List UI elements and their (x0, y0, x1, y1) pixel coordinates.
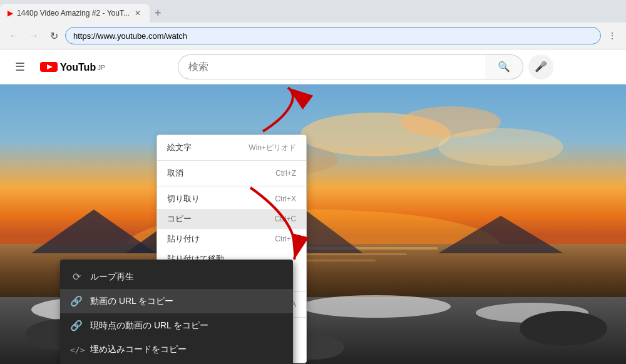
ctx-separator-1 (157, 160, 306, 161)
svg-point-23 (520, 311, 607, 346)
ctx-separator-2 (157, 186, 306, 186)
link-icon-2: 🔗 (70, 320, 83, 331)
ctx-copy[interactable]: コピー Ctrl+C (157, 209, 306, 229)
video-area: 絵文字 Win+ピリオド 取消 Ctrl+Z 切り取り Ctrl+X コピー C… (0, 84, 626, 364)
yt-ctx-copy-url[interactable]: 🔗 動画の URL をコピー (60, 289, 293, 313)
active-tab[interactable]: ▶ 1440p Video Amazing #2 - YouT... ✕ (0, 4, 150, 23)
menu-icon[interactable]: ☰ (10, 55, 30, 79)
tab-favicon: ▶ (8, 9, 13, 18)
youtube-context-menu: ⟳ ループ再生 🔗 動画の URL をコピー 🔗 現時点の動画の URL をコピ… (60, 260, 293, 364)
ctx-paste[interactable]: 貼り付け Ctrl+V (157, 229, 306, 249)
address-bar-row: ← → ↻ ⋮ (0, 23, 626, 49)
browser-chrome: ▶ 1440p Video Amazing #2 - YouT... ✕ + ←… (0, 0, 626, 49)
svg-point-16 (300, 295, 451, 318)
tab-title: 1440p Video Amazing #2 - YouT... (17, 9, 130, 18)
yt-ctx-copy-timestamp-url[interactable]: 🔗 現時点の動画の URL をコピー (60, 313, 293, 338)
loop-icon: ⟳ (70, 271, 83, 283)
jp-badge: JP (98, 64, 105, 71)
svg-point-6 (438, 128, 563, 166)
tab-bar: ▶ 1440p Video Amazing #2 - YouT... ✕ + (0, 0, 626, 23)
ctx-emoji[interactable]: 絵文字 Win+ピリオド (157, 138, 306, 158)
tab-close-button[interactable]: ✕ (133, 8, 142, 19)
ctx-cut[interactable]: 切り取り Ctrl+X (157, 189, 306, 209)
yt-ctx-copy-embed[interactable]: </> 埋め込みコードをコピー (60, 338, 293, 361)
yt-ctx-copy-debug[interactable]: ⚙ デバッグ情報をコピー (60, 361, 293, 364)
extensions-button[interactable]: ⋮ (603, 27, 621, 44)
address-input[interactable] (65, 27, 601, 44)
youtube-header: ☰ YouTube JP 🔍 🎤 (0, 49, 626, 84)
mic-button[interactable]: 🎤 (528, 54, 553, 79)
refresh-button[interactable]: ↻ (45, 27, 63, 44)
embed-icon: </> (70, 345, 83, 355)
search-button[interactable]: 🔍 (485, 54, 523, 79)
youtube-logo-svg: YouTube (40, 61, 96, 73)
back-button[interactable]: ← (5, 27, 23, 44)
search-input[interactable] (178, 54, 485, 79)
new-tab-button[interactable]: + (150, 4, 167, 23)
link-icon-1: 🔗 (70, 295, 83, 307)
svg-text:YouTube: YouTube (60, 62, 96, 73)
forward-button[interactable]: → (25, 27, 43, 44)
ctx-undo[interactable]: 取消 Ctrl+Z (157, 163, 306, 183)
yt-ctx-loop[interactable]: ⟳ ループ再生 (60, 265, 293, 289)
youtube-logo[interactable]: YouTube JP (40, 61, 105, 73)
search-area: 🔍 🎤 (178, 54, 553, 79)
